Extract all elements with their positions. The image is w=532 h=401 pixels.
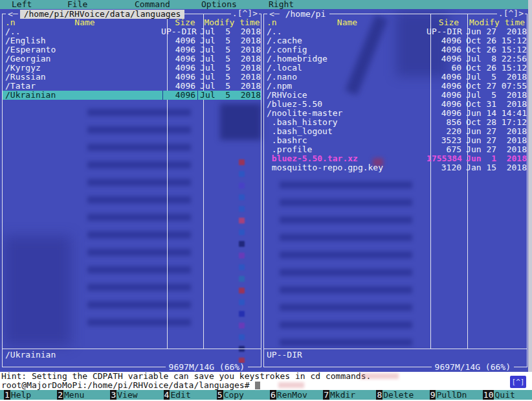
function-key-number: 6 — [270, 390, 276, 400]
file-row[interactable]: /.nano 4096 Jul 5 2018 — [264, 73, 527, 82]
column-header-mtime[interactable]: Modify time — [467, 18, 527, 27]
function-key-button[interactable]: 6 RenMov — [266, 390, 319, 400]
function-key-number: 1 — [4, 390, 10, 400]
right-panel: <─ /home/pi .[^]> .n Name Size Modify ti… — [263, 14, 527, 367]
scroll-up-badge[interactable]: [^] — [510, 376, 526, 388]
menu-item-command[interactable]: Command — [135, 0, 170, 9]
function-key-number: 3 — [110, 390, 116, 400]
file-row[interactable]: /.npm 4096 Oct 27 07:55 — [264, 82, 527, 91]
file-row[interactable]: /Esperanto 4096 Jul 5 2018 — [3, 45, 261, 54]
function-key-bar: 1 Help 2 Menu 3 View 4 Edit 5 Copy — [0, 390, 532, 400]
panel-corner-controls[interactable]: .[^]> — [231, 9, 259, 18]
function-key-label: Menu — [63, 390, 84, 400]
menu-bar: Left File Command Options Right — [0, 0, 528, 9]
right-file-list: /.. UP--DIR Jun 27 2018 /.cache 4096 Oct… — [264, 27, 527, 172]
terminal-scrollbar[interactable] — [528, 0, 532, 372]
function-key-button[interactable]: 7 Mkdir — [319, 390, 372, 400]
column-header-size[interactable]: Size — [430, 18, 467, 27]
file-row[interactable]: .bashrc 3523 Jun 27 2018 — [264, 136, 527, 145]
file-row[interactable]: /.homebridge 4096 Jul 8 22:56 — [264, 54, 527, 63]
file-row[interactable]: .bash_logout 220 Jun 27 2018 — [264, 127, 527, 136]
file-row[interactable]: /Russian 4096 Jul 5 2018 — [3, 73, 261, 82]
function-key-label: RenMov — [276, 390, 307, 400]
right-mini-status: UP--DIR — [267, 350, 302, 360]
file-row[interactable]: /English 4096 Jul 5 2018 — [3, 36, 261, 45]
function-key-button[interactable]: 2 Menu — [53, 390, 106, 400]
file-row[interactable]: .bash_history 856 Oct 28 17:12 — [264, 118, 527, 127]
function-key-number: 4 — [164, 390, 170, 400]
function-key-button[interactable]: 1 Help — [0, 390, 53, 400]
sort-indicator: .n — [5, 18, 16, 27]
function-key-number: 7 — [323, 390, 329, 400]
function-key-label: Delete — [382, 390, 414, 400]
file-row[interactable]: /.config 4096 Oct 26 15:12 — [264, 45, 527, 54]
file-row[interactable]: /Tatar 4096 Jul 5 2018 — [3, 82, 261, 91]
shell-prompt: root@MajorDoMoPi:/home/pi/RHVoice/data/l… — [1, 380, 250, 390]
file-row[interactable]: bluez-5.50.tar.xz 1755384 Jun 1 2018 — [264, 154, 527, 163]
mini-status-divider — [264, 349, 527, 349]
file-row[interactable]: /Kyrgyz 4096 Jul 5 2018 — [3, 63, 261, 73]
panel-corner-controls[interactable]: .[^]> — [497, 9, 525, 18]
command-prompt-line[interactable]: root@MajorDoMoPi:/home/pi/RHVoice/data/l… — [0, 381, 532, 390]
function-key-button[interactable]: 10 Quit — [479, 390, 532, 400]
function-key-label: Copy — [223, 390, 244, 400]
midnight-commander-screen: Left File Command Options Right <─ /home… — [0, 0, 532, 401]
file-row[interactable]: /.local 60 Oct 26 15:12 — [264, 63, 527, 73]
file-row[interactable]: .profile 675 Jun 27 2018 — [264, 145, 527, 154]
function-key-button[interactable]: 8 Delete — [372, 390, 425, 400]
function-key-label: PullDn — [436, 390, 467, 400]
file-row[interactable]: /.. UP--DIR Jun 27 2018 — [264, 27, 527, 36]
function-key-number: 8 — [376, 390, 382, 400]
right-free-space: 9697M/14G (66%) — [432, 363, 514, 372]
right-panel-path[interactable]: /home/pi — [282, 10, 330, 19]
hint-line: Hint: Setting the CDPATH variable can sa… — [0, 372, 532, 381]
function-key-button[interactable]: 5 Copy — [213, 390, 266, 400]
file-row[interactable]: /.. UP--DIR Jul 5 2018 — [3, 27, 261, 36]
panel-history-arrows[interactable]: <─ — [6, 10, 20, 19]
function-key-label: Edit — [170, 390, 190, 400]
menu-item-left[interactable]: Left — [12, 0, 32, 9]
function-key-button[interactable]: 4 Edit — [160, 390, 213, 400]
menu-item-options[interactable]: Options — [201, 0, 237, 9]
function-key-button[interactable]: 9 PullDn — [426, 390, 479, 400]
column-header-mtime[interactable]: Modify time — [203, 18, 261, 27]
menu-item-file[interactable]: File — [67, 0, 87, 9]
function-key-label: Mkdir — [329, 390, 355, 400]
left-panel-path[interactable]: /home/pi/RHVoice/data/languages — [20, 10, 185, 19]
file-row[interactable]: /noolite-master 4096 Jun 14 14:41 — [264, 109, 527, 118]
column-header-size[interactable]: Size — [167, 18, 203, 27]
left-panel: <─ /home/pi/RHVoice/data/languages .[^]>… — [2, 14, 261, 367]
text-cursor — [255, 382, 260, 389]
left-file-list: /.. UP--DIR Jul 5 2018 /English 4096 Jul… — [3, 27, 261, 100]
panel-history-arrows[interactable]: <─ — [267, 10, 282, 19]
file-row[interactable]: mosquitto-repo.gpg.key 3120 Jan 15 2018 — [264, 163, 527, 172]
function-key-label: Help — [10, 390, 31, 400]
function-key-label: Quit — [494, 390, 515, 400]
function-key-number: 5 — [217, 390, 223, 400]
column-header-name[interactable]: .n Name — [3, 18, 167, 27]
function-key-number: 9 — [430, 390, 436, 400]
file-row[interactable]: /bluez-5.50 4096 Oct 31 2018 — [264, 100, 527, 109]
function-key-label: View — [116, 390, 137, 400]
file-row[interactable]: /Georgian 4096 Jul 5 2018 — [3, 54, 261, 63]
column-headers: .n Name Size Modify time — [264, 18, 527, 27]
column-header-name[interactable]: .n Name — [264, 18, 430, 27]
menu-item-right[interactable]: Right — [269, 0, 294, 9]
left-mini-status: /Ukrainian — [5, 350, 56, 360]
mini-status-divider — [3, 349, 261, 349]
file-row[interactable]: /.cache 4096 Oct 26 15:12 — [264, 36, 527, 45]
function-key-number: 10 — [483, 390, 494, 400]
function-key-number: 2 — [57, 390, 63, 400]
file-row[interactable]: /RHVoice 4096 Jul 5 2018 — [264, 91, 527, 100]
left-free-space: 9697M/14G (66%) — [166, 363, 248, 372]
sort-indicator: .n — [267, 18, 277, 27]
file-row[interactable]: /Ukrainian 4096 Jul 5 2018 — [3, 91, 261, 100]
function-key-button[interactable]: 3 View — [106, 390, 159, 400]
column-headers: .n Name Size Modify time — [3, 18, 261, 27]
